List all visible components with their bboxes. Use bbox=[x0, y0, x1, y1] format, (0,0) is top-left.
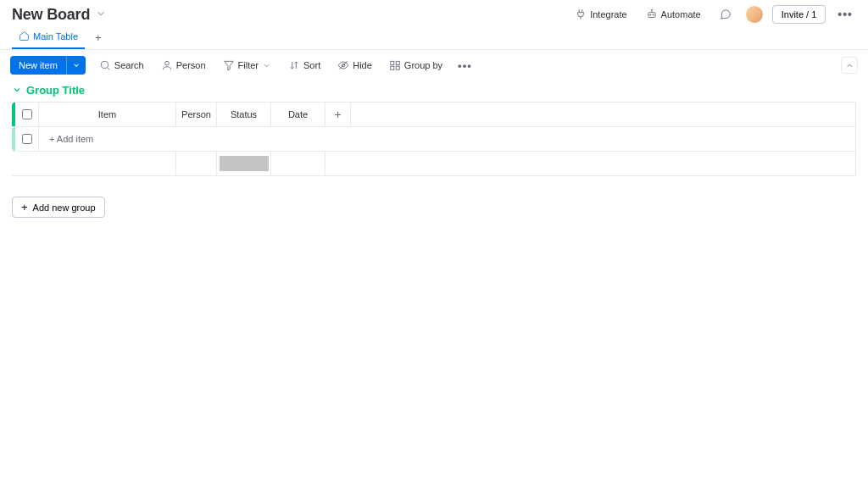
svg-point-7 bbox=[164, 61, 169, 65]
groupby-tool[interactable]: Group by bbox=[382, 55, 449, 75]
add-item-input[interactable]: + Add item bbox=[39, 127, 856, 151]
col-person[interactable]: Person bbox=[176, 103, 217, 126]
avatar[interactable] bbox=[745, 5, 764, 24]
group-icon bbox=[389, 59, 401, 71]
eye-off-icon bbox=[337, 59, 349, 71]
group-table: Item Person Status Date + + Add item bbox=[12, 102, 856, 176]
chevron-down-icon bbox=[262, 61, 271, 70]
automate-button[interactable]: Automate bbox=[641, 5, 706, 24]
sort-tool[interactable]: Sort bbox=[281, 55, 327, 75]
plus-icon: + bbox=[21, 202, 28, 213]
filter-label: Filter bbox=[238, 60, 259, 70]
filter-tool[interactable]: Filter bbox=[216, 55, 278, 75]
row-checkbox[interactable] bbox=[22, 134, 32, 144]
add-view-button[interactable]: + bbox=[88, 26, 108, 49]
search-label: Search bbox=[114, 60, 144, 70]
chevron-down-icon[interactable] bbox=[95, 8, 107, 22]
plug-icon bbox=[575, 8, 587, 20]
collapse-panel-button[interactable] bbox=[841, 57, 858, 74]
person-label: Person bbox=[176, 60, 206, 70]
new-item-button[interactable]: New item bbox=[10, 56, 66, 75]
automate-label: Automate bbox=[661, 9, 701, 19]
svg-point-5 bbox=[101, 61, 108, 68]
svg-rect-12 bbox=[396, 61, 399, 64]
person-tool[interactable]: Person bbox=[154, 55, 213, 75]
hide-label: Hide bbox=[353, 60, 372, 70]
table-header-row: Item Person Status Date + bbox=[12, 103, 856, 127]
discussion-button[interactable] bbox=[715, 5, 737, 24]
add-new-group-label: Add new group bbox=[33, 202, 96, 213]
person-icon bbox=[161, 59, 173, 71]
person-summary-cell bbox=[176, 152, 217, 175]
svg-rect-0 bbox=[648, 13, 655, 18]
tab-label: Main Table bbox=[33, 31, 78, 42]
chat-icon bbox=[720, 8, 732, 20]
group-header[interactable]: Group Title bbox=[12, 80, 856, 102]
svg-point-4 bbox=[653, 14, 654, 15]
sort-icon bbox=[288, 59, 300, 71]
new-item-dropdown[interactable] bbox=[66, 56, 86, 75]
more-options-icon[interactable]: ••• bbox=[834, 6, 856, 23]
col-status[interactable]: Status bbox=[217, 103, 271, 126]
search-icon bbox=[99, 59, 111, 71]
new-item-split-button[interactable]: New item bbox=[10, 56, 86, 75]
date-summary-cell bbox=[271, 152, 326, 175]
row-checkbox-cell[interactable] bbox=[15, 127, 39, 151]
chevron-down-icon[interactable] bbox=[12, 85, 22, 97]
col-date[interactable]: Date bbox=[271, 103, 326, 126]
board-toolbar: New item Search Person Filter Sort Hide … bbox=[0, 50, 868, 80]
hide-tool[interactable]: Hide bbox=[331, 55, 379, 75]
board-title[interactable]: New Board bbox=[12, 6, 90, 24]
groupby-label: Group by bbox=[404, 60, 442, 70]
row-tail bbox=[351, 103, 856, 126]
svg-point-3 bbox=[649, 14, 650, 15]
svg-marker-8 bbox=[224, 61, 233, 70]
svg-rect-14 bbox=[396, 66, 399, 69]
filter-icon bbox=[223, 59, 235, 71]
summary-row bbox=[12, 152, 856, 176]
sort-label: Sort bbox=[303, 60, 320, 70]
group-title[interactable]: Group Title bbox=[26, 84, 85, 97]
group-container: Group Title Item Person Status Date + + … bbox=[0, 80, 868, 181]
add-item-row[interactable]: + Add item bbox=[12, 127, 856, 152]
col-item[interactable]: Item bbox=[39, 103, 176, 126]
svg-line-6 bbox=[107, 68, 109, 70]
select-all[interactable] bbox=[15, 103, 39, 126]
integrate-label: Integrate bbox=[590, 9, 626, 19]
status-summary-cell bbox=[217, 152, 271, 175]
status-summary-bar bbox=[220, 156, 269, 171]
toolbar-more-icon[interactable]: ••• bbox=[453, 56, 477, 75]
invite-button[interactable]: Invite / 1 bbox=[772, 5, 826, 24]
tab-main-table[interactable]: Main Table bbox=[12, 25, 85, 49]
search-tool[interactable]: Search bbox=[92, 55, 151, 75]
integrate-button[interactable]: Integrate bbox=[570, 5, 632, 24]
view-tabs: Main Table + bbox=[0, 25, 868, 50]
svg-rect-13 bbox=[391, 66, 394, 69]
add-column-button[interactable]: + bbox=[326, 103, 351, 126]
svg-rect-11 bbox=[391, 61, 394, 64]
home-icon bbox=[19, 30, 30, 42]
add-new-group-button[interactable]: + Add new group bbox=[12, 197, 105, 218]
select-all-checkbox[interactable] bbox=[22, 109, 32, 119]
robot-icon bbox=[646, 8, 658, 20]
svg-point-2 bbox=[651, 9, 652, 10]
